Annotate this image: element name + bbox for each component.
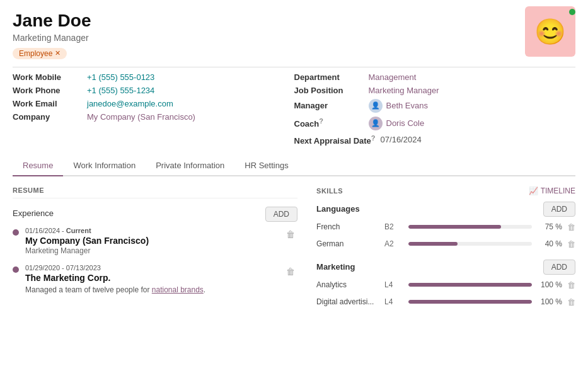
add-experience-button[interactable]: ADD <box>265 207 297 222</box>
exp-position-1: Marketing Manager <box>25 246 277 255</box>
skills-header: SKILLS 📈 TIMELINE <box>316 186 575 195</box>
job-position-label: Job Position <box>294 86 364 95</box>
appraisal-row: Next Appraisal Date? 07/16/2024 <box>294 134 576 146</box>
delete-skill-french-icon[interactable]: 🗑 <box>567 222 575 232</box>
skill-bar-container-german <box>408 242 532 246</box>
add-languages-button[interactable]: ADD <box>543 202 575 217</box>
skill-pct-french: 75 % <box>537 222 562 231</box>
department-value[interactable]: Management <box>369 72 417 82</box>
work-email-label: Work Email <box>13 99 82 108</box>
skill-name-digital-adv: Digital advertisi... <box>316 297 379 306</box>
work-mobile-label: Work Mobile <box>13 72 82 82</box>
experience-item-2: 01/29/2020 - 07/13/2023 The Marketing Co… <box>13 264 297 295</box>
skill-name-german: German <box>316 239 379 248</box>
skill-bar-french <box>408 225 501 229</box>
exp-dot-2 <box>13 266 19 273</box>
exp-date-current: Current <box>66 227 91 234</box>
skill-category-marketing: Marketing ADD <box>316 260 575 275</box>
tab-private-information[interactable]: Private Information <box>146 156 234 176</box>
company-value[interactable]: My Company (San Francisco) <box>87 112 195 122</box>
timeline-button[interactable]: 📈 TIMELINE <box>529 186 575 195</box>
coach-help-icon[interactable]: ? <box>319 117 323 125</box>
manager-value-row: 👤 Beth Evans <box>369 99 429 113</box>
tag-remove-icon[interactable]: ✕ <box>55 49 61 57</box>
job-position-value[interactable]: Marketing Manager <box>369 86 439 95</box>
experience-header: Experience ADD <box>13 206 297 223</box>
work-email-row: Work Email janedoe@example.com <box>13 99 294 108</box>
header: Jane Doe Marketing Manager Employee ✕ 😊 <box>0 0 588 59</box>
delete-exp-2-icon[interactable]: 🗑 <box>284 264 297 295</box>
skills-section: SKILLS 📈 TIMELINE Languages ADD French B… <box>316 186 575 312</box>
skill-level-french: B2 <box>384 222 403 231</box>
avatar: 😊 <box>525 6 575 57</box>
coach-label: Coach? <box>294 117 364 129</box>
employee-name: Jane Doe <box>13 10 575 32</box>
exp-description-2: Managed a team of twelve people for nati… <box>25 285 277 295</box>
job-position-row: Job Position Marketing Manager <box>294 86 576 95</box>
experience-subtitle: Experience <box>13 209 54 218</box>
coach-name[interactable]: Doris Cole <box>386 118 425 128</box>
work-phone-value[interactable]: +1 (555) 555-1234 <box>87 86 154 95</box>
department-label: Department <box>294 72 364 82</box>
delete-exp-1-icon[interactable]: 🗑 <box>284 227 297 255</box>
department-row: Department Management <box>294 72 576 82</box>
work-mobile-value[interactable]: +1 (555) 555-0123 <box>87 72 154 82</box>
skill-row-analytics: Analytics L4 100 % 🗑 <box>316 278 575 292</box>
manager-row: Manager 👤 Beth Evans <box>294 99 576 113</box>
exp-content-2: 01/29/2020 - 07/13/2023 The Marketing Co… <box>25 264 277 295</box>
coach-row: Coach? 👤 Doris Cole <box>294 117 576 130</box>
skill-cat-marketing-label: Marketing <box>316 262 355 272</box>
avatar-emoji: 😊 <box>534 17 566 47</box>
online-indicator <box>569 9 575 15</box>
work-mobile-row: Work Mobile +1 (555) 555-0123 <box>13 72 294 82</box>
tag-label: Employee <box>19 49 52 58</box>
employee-tag[interactable]: Employee ✕ <box>13 48 67 59</box>
resume-section-title: RESUME <box>13 186 297 198</box>
timeline-chart-icon: 📈 <box>529 186 538 195</box>
skill-name-french: French <box>316 222 379 231</box>
skill-level-german: A2 <box>384 239 403 248</box>
skill-row-german: German A2 40 % 🗑 <box>316 238 575 251</box>
skill-pct-analytics: 100 % <box>537 280 562 289</box>
tab-hr-settings[interactable]: HR Settings <box>234 156 298 176</box>
national-brands-link[interactable]: national brands <box>152 285 204 294</box>
content-area: RESUME Experience ADD 01/16/2024 - Curre… <box>0 176 588 323</box>
info-right: Department Management Job Position Marke… <box>294 72 576 146</box>
skill-bar-container-digital-adv <box>408 300 532 304</box>
experience-item-1: 01/16/2024 - Current My Company (San Fra… <box>13 227 297 255</box>
appraisal-value: 07/16/2024 <box>381 135 422 144</box>
skill-bar-container-french <box>408 225 532 229</box>
skill-level-digital-adv: L4 <box>384 297 403 306</box>
appraisal-help-icon[interactable]: ? <box>371 134 376 142</box>
exp-date-1: 01/16/2024 - Current <box>25 227 277 234</box>
tab-resume[interactable]: Resume <box>13 156 63 176</box>
coach-value-row: 👤 Doris Cole <box>369 117 425 130</box>
exp-date-2: 01/29/2020 - 07/13/2023 <box>25 264 277 272</box>
manager-name[interactable]: Beth Evans <box>386 101 429 110</box>
skill-category-languages: Languages ADD <box>316 202 575 217</box>
exp-dot-1 <box>13 229 19 236</box>
skill-row-french: French B2 75 % 🗑 <box>316 220 575 234</box>
company-row: Company My Company (San Francisco) <box>13 112 294 122</box>
add-marketing-button[interactable]: ADD <box>543 260 575 275</box>
skill-row-digital-adv: Digital advertisi... L4 100 % 🗑 <box>316 295 575 309</box>
info-section: Work Mobile +1 (555) 555-0123 Work Phone… <box>0 67 588 151</box>
work-phone-label: Work Phone <box>13 86 82 95</box>
employee-title: Marketing Manager <box>13 33 575 43</box>
delete-skill-analytics-icon[interactable]: 🗑 <box>567 280 575 290</box>
manager-label: Manager <box>294 101 364 110</box>
timeline-label: TIMELINE <box>541 186 575 195</box>
appraisal-label: Next Appraisal Date? <box>294 134 376 146</box>
tab-work-information[interactable]: Work Information <box>63 156 146 176</box>
info-left: Work Mobile +1 (555) 555-0123 Work Phone… <box>13 72 294 146</box>
delete-skill-digital-adv-icon[interactable]: 🗑 <box>567 297 575 307</box>
company-label: Company <box>13 112 82 122</box>
tabs-container: Resume Work Information Private Informat… <box>13 156 575 176</box>
delete-skill-german-icon[interactable]: 🗑 <box>567 239 575 249</box>
work-email-value[interactable]: janedoe@example.com <box>87 99 173 108</box>
coach-avatar: 👤 <box>369 117 383 130</box>
skill-bar-digital-adv <box>408 300 532 304</box>
work-phone-row: Work Phone +1 (555) 555-1234 <box>13 86 294 95</box>
skill-bar-german <box>408 242 458 246</box>
skill-pct-german: 40 % <box>537 239 562 248</box>
